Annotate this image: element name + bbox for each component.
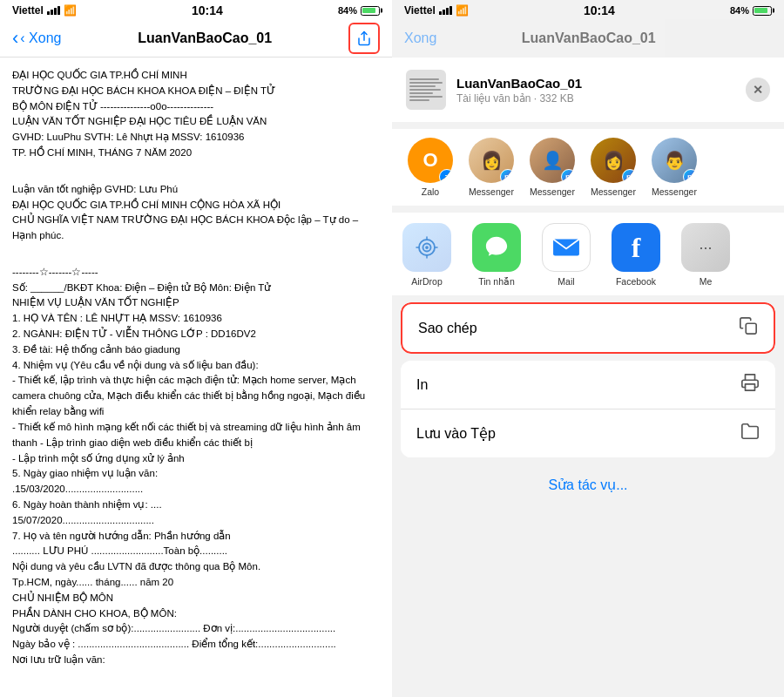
right-back-label: Xong <box>404 30 436 46</box>
doc-line: Người duyệt (chấm sơ bộ):...............… <box>12 621 380 637</box>
person-avatar-0: O Z <box>408 138 453 183</box>
doc-line: .......... LƯU PHÚ .....................… <box>12 544 380 559</box>
action-list-2: In Lưu vào Tệp <box>401 361 775 457</box>
doc-line: Số: ______/BKĐT Khoa: Điện – Điện tử Bộ … <box>12 281 380 296</box>
left-wifi-icon: 📶 <box>64 4 77 17</box>
edit-actions[interactable]: Sửa tác vụ... <box>392 464 784 505</box>
messenger-badge-2: m <box>561 169 575 183</box>
person-avatar-3: 👩 m <box>591 138 636 183</box>
app-item-mail[interactable]: Mail <box>531 223 601 287</box>
print-icon <box>740 373 760 392</box>
left-battery-icon <box>361 6 380 16</box>
left-status-right: 84% <box>338 5 380 16</box>
person-item[interactable]: 👩 m Messenger <box>589 138 638 197</box>
left-status-left: Viettel 📶 <box>12 4 77 17</box>
action-item-saochep[interactable]: Sao chép <box>401 302 775 354</box>
svg-rect-5 <box>746 323 756 334</box>
doc-line: LUẬN VĂN TỐT NGHIỆP ĐẠI HỌC TIÊU ĐỀ LUẬN… <box>12 114 380 130</box>
person-name-0: Zalo <box>422 186 439 197</box>
doc-line: --------☆-------☆----- <box>12 265 380 281</box>
doc-line: PHẦN DÀNH CHO KHOA, BỘ MÔN: <box>12 606 380 622</box>
left-battery-pct: 84% <box>338 5 357 16</box>
person-name-2: Messenger <box>530 186 575 197</box>
person-avatar-4: 👨 m <box>652 138 697 183</box>
person-name-3: Messenger <box>591 186 636 197</box>
left-carrier: Viettel <box>12 4 44 17</box>
people-row: O Z Zalo 👩 m Messenger 👤 <box>392 129 784 206</box>
action-icon-saochep <box>739 316 758 340</box>
doc-line: - Thiết kế, lập trình và thực hiện các m… <box>12 373 380 419</box>
doc-line: Luận văn tốt nghiệp GVHD: Lưu Phú <box>12 182 380 198</box>
person-name-4: Messenger <box>652 186 697 197</box>
person-item[interactable]: 👤 m Messenger <box>528 138 577 197</box>
action-label-saochep: Sao chép <box>418 321 477 336</box>
left-status-bar: Viettel 📶 10:14 84% <box>0 0 392 19</box>
left-nav-title: LuanVanBaoCao_01 <box>61 30 348 46</box>
left-nav-bar: ‹ Xong LuanVanBaoCao_01 <box>0 19 392 58</box>
folder-icon <box>740 422 760 441</box>
doc-line: 1. HỌ VÀ TÊN : LÊ NHỰT HẠ MSSV: 1610936 <box>12 311 380 327</box>
action-list: Sao chép <box>401 302 775 354</box>
people-scroll: O Z Zalo 👩 m Messenger 👤 <box>406 138 770 197</box>
right-carrier: Viettel <box>404 4 436 17</box>
doc-line: Nội dung và yêu cầu LVTN đã được thông q… <box>12 559 380 575</box>
doc-line: Tp.HCM, ngày...... tháng...... năm 20 <box>12 575 380 591</box>
app-item-airdrop[interactable]: AirDrop <box>392 223 462 287</box>
doc-line: GVHD: LuuPhu SVTH: Lê Nhựt Hạ MSSV: 1610… <box>12 130 380 145</box>
messenger-badge-1: m <box>500 169 514 183</box>
app-item-more[interactable]: ··· Me <box>671 223 740 287</box>
person-item[interactable]: 👩 m Messenger <box>467 138 516 197</box>
left-panel: Viettel 📶 10:14 84% ‹ Xong LuanVanBaoCao… <box>0 0 392 697</box>
action-item-in[interactable]: In <box>401 361 775 409</box>
edit-actions-label: Sửa tác vụ... <box>548 477 627 492</box>
share-icon <box>356 30 372 46</box>
doc-line: TP. HỒ CHÍ MINH, THÁNG 7 NĂM 2020 <box>12 145 380 161</box>
file-details: LuanVanBaoCao_01 Tài liệu văn bản · 332 … <box>456 76 735 105</box>
action-label-luuvaotep: Lưu vào Tệp <box>416 425 496 442</box>
right-nav-title: LuanVanBaoCao_01 <box>522 30 656 46</box>
app-label-mail: Mail <box>558 276 574 287</box>
svg-point-3 <box>425 246 429 249</box>
mail-envelope-icon <box>550 231 583 264</box>
app-item-tinnhan[interactable]: Tin nhắn <box>462 223 531 287</box>
app-label-airdrop: AirDrop <box>411 276 443 287</box>
right-status-bar: Viettel 📶 10:14 84% <box>392 0 784 19</box>
doc-line: BỘ MÔN ĐIỆN TỬ ---------------o0o-------… <box>12 99 380 115</box>
doc-line: CHỦ NHIỆM BỘ MÔN <box>12 591 380 606</box>
doc-line: Nơi lưu trữ luận văn: <box>12 653 380 668</box>
action-icon-in <box>740 373 760 396</box>
close-button[interactable]: ✕ <box>746 78 770 102</box>
doc-line: 4. Nhiệm vụ (Yêu cầu về nội dung và số l… <box>12 358 380 374</box>
doc-line: 6. Ngày hoàn thành nhiệm vụ: .... <box>12 497 380 513</box>
right-status-right: 84% <box>730 5 772 16</box>
app-label-more: Me <box>700 276 713 287</box>
file-thumbnail-preview <box>406 75 446 105</box>
left-signal-icon <box>47 6 60 15</box>
airdrop-symbol <box>414 234 440 261</box>
right-signal-icon <box>439 6 452 15</box>
app-label-facebook: Facebook <box>616 276 656 287</box>
left-share-button[interactable] <box>348 23 380 54</box>
app-row: AirDrop Tin nhắn Mail <box>392 213 784 295</box>
file-thumbnail <box>406 70 446 110</box>
right-battery-pct: 84% <box>730 5 749 16</box>
doc-content: ĐẠI HỌC QUỐC GIA TP.HỒ CHÍ MINHTRƯỜNG ĐẠ… <box>0 58 392 697</box>
doc-line: 3. Đề tài: Hệ thống cảnh báo giadung <box>12 342 380 358</box>
doc-line: - Lập trình một số ứng dụng xử lý ảnh <box>12 451 380 467</box>
app-label-tinnhan: Tin nhắn <box>478 276 515 287</box>
right-time: 10:14 <box>584 3 615 17</box>
left-back-button[interactable]: ‹ Xong <box>12 29 61 48</box>
share-sheet: LuanVanBaoCao_01 Tài liệu văn bản · 332 … <box>392 58 784 697</box>
doc-line: 2. NGÀNH: ĐIỆN TỬ - VIỄN THÔNG LỚP : DD1… <box>12 327 380 342</box>
person-item[interactable]: 👨 m Messenger <box>650 138 699 197</box>
doc-line: 5. Ngày giao nhiệm vụ luận văn: <box>12 466 380 482</box>
person-item[interactable]: O Z Zalo <box>406 138 455 197</box>
doc-line: CHỦ NGHĨA VIỆT NAM TRƯỜNG ĐẠI HỌC BÁCH K… <box>12 213 380 244</box>
doc-line: - Thiết kế mô hình mạng kết nối các thiế… <box>12 420 380 451</box>
app-item-facebook[interactable]: f Facebook <box>601 223 671 287</box>
file-meta: Tài liệu văn bản · 332 KB <box>456 92 735 105</box>
more-icon: ··· <box>681 223 730 272</box>
action-item-luuvaotep[interactable]: Lưu vào Tệp <box>401 409 775 457</box>
file-info-card: LuanVanBaoCao_01 Tài liệu văn bản · 332 … <box>392 58 784 122</box>
copy-icon <box>739 316 758 335</box>
